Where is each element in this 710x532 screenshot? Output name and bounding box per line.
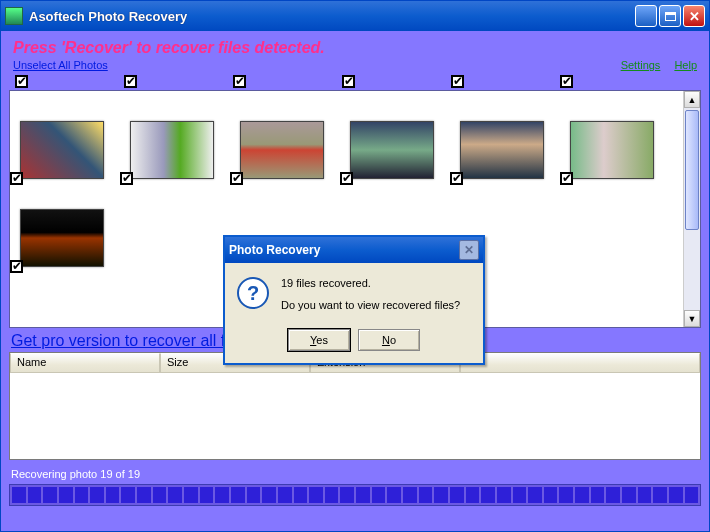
photo-thumbnail (460, 121, 544, 179)
progress-segment (419, 487, 433, 503)
progress-segment (544, 487, 558, 503)
dialog-line-2: Do you want to view recovered files? (281, 299, 460, 311)
recovery-dialog: Photo Recovery ✕ ? 19 files recovered. D… (223, 235, 485, 365)
progress-segment (200, 487, 214, 503)
progress-segment (121, 487, 135, 503)
progress-segment (638, 487, 652, 503)
photo-item[interactable] (350, 121, 434, 179)
progress-segment (622, 487, 636, 503)
progress-segment (387, 487, 401, 503)
photo-checkbox[interactable] (120, 172, 133, 185)
client-area: Press 'Recover' to recover files detecte… (1, 31, 709, 531)
column-checkbox[interactable] (342, 75, 355, 88)
progress-segment (528, 487, 542, 503)
progress-segment (247, 487, 261, 503)
dialog-close-button[interactable]: ✕ (459, 240, 479, 260)
photo-checkbox[interactable] (10, 172, 23, 185)
column-header-blank[interactable] (460, 353, 700, 373)
maximize-button[interactable] (659, 5, 681, 27)
progress-segment (450, 487, 464, 503)
progress-segment (28, 487, 42, 503)
progress-segment (43, 487, 57, 503)
photo-thumbnail (20, 209, 104, 267)
top-check-row (9, 75, 701, 88)
unselect-all-link[interactable]: Unselect All Photos (13, 59, 108, 71)
application-window: Asoftech Photo Recovery _ ✕ Press 'Recov… (0, 0, 710, 532)
progress-segment (90, 487, 104, 503)
progress-segment (278, 487, 292, 503)
progress-segment (215, 487, 229, 503)
photo-item[interactable] (20, 209, 104, 267)
photo-thumbnail (570, 121, 654, 179)
scroll-down-button[interactable]: ▼ (684, 310, 700, 327)
minimize-button[interactable]: _ (635, 5, 657, 27)
progress-segment (309, 487, 323, 503)
photo-item[interactable] (20, 121, 104, 179)
progress-segment (497, 487, 511, 503)
progress-segment (106, 487, 120, 503)
page-heading: Press 'Recover' to recover files detecte… (9, 31, 701, 59)
column-checkbox[interactable] (15, 75, 28, 88)
photo-item[interactable] (570, 121, 654, 179)
photo-thumbnail (130, 121, 214, 179)
column-checkbox[interactable] (451, 75, 464, 88)
column-checkbox[interactable] (124, 75, 137, 88)
progress-segment (168, 487, 182, 503)
vertical-scrollbar[interactable]: ▲ ▼ (683, 91, 700, 327)
scroll-thumb[interactable] (685, 110, 699, 230)
dialog-line-1: 19 files recovered. (281, 277, 460, 289)
yes-button[interactable]: Yes (288, 329, 350, 351)
column-header-name[interactable]: Name (10, 353, 160, 373)
status-text: Recovering photo 19 of 19 (9, 460, 701, 484)
help-link[interactable]: Help (674, 59, 697, 71)
photo-item[interactable] (460, 121, 544, 179)
app-icon (5, 7, 23, 25)
photo-thumbnail (20, 121, 104, 179)
progress-segment (466, 487, 480, 503)
question-icon: ? (237, 277, 269, 309)
progress-segment (356, 487, 370, 503)
dialog-button-row: Yes No (237, 329, 471, 351)
table-body (10, 373, 700, 459)
title-bar: Asoftech Photo Recovery _ ✕ (1, 1, 709, 31)
dialog-body: ? 19 files recovered. Do you want to vie… (225, 263, 483, 363)
dialog-title-bar: Photo Recovery ✕ (225, 237, 483, 263)
progress-segment (12, 487, 26, 503)
scroll-track[interactable] (684, 108, 700, 310)
photo-checkbox[interactable] (450, 172, 463, 185)
progress-segment (262, 487, 276, 503)
photo-checkbox[interactable] (560, 172, 573, 185)
progress-segment (606, 487, 620, 503)
photo-checkbox[interactable] (230, 172, 243, 185)
no-button[interactable]: No (358, 329, 420, 351)
column-checkbox[interactable] (560, 75, 573, 88)
link-row: Unselect All Photos Settings Help (9, 59, 701, 73)
progress-segment (184, 487, 198, 503)
progress-segment (153, 487, 167, 503)
progress-segment (75, 487, 89, 503)
progress-segment (372, 487, 386, 503)
window-title: Asoftech Photo Recovery (29, 9, 633, 24)
progress-segment (325, 487, 339, 503)
progress-segment (513, 487, 527, 503)
photo-thumbnail (350, 121, 434, 179)
progress-segment (575, 487, 589, 503)
photo-checkbox[interactable] (340, 172, 353, 185)
progress-segment (59, 487, 73, 503)
progress-segment (685, 487, 699, 503)
photo-checkbox[interactable] (10, 260, 23, 273)
close-button[interactable]: ✕ (683, 5, 705, 27)
progress-segment (559, 487, 573, 503)
progress-segment (434, 487, 448, 503)
dialog-messages: 19 files recovered. Do you want to view … (281, 277, 460, 321)
scroll-up-button[interactable]: ▲ (684, 91, 700, 108)
progress-segment (669, 487, 683, 503)
settings-link[interactable]: Settings (621, 59, 661, 71)
progress-bar (9, 484, 701, 506)
photo-item[interactable] (240, 121, 324, 179)
progress-segment (403, 487, 417, 503)
progress-segment (294, 487, 308, 503)
progress-segment (231, 487, 245, 503)
photo-item[interactable] (130, 121, 214, 179)
column-checkbox[interactable] (233, 75, 246, 88)
